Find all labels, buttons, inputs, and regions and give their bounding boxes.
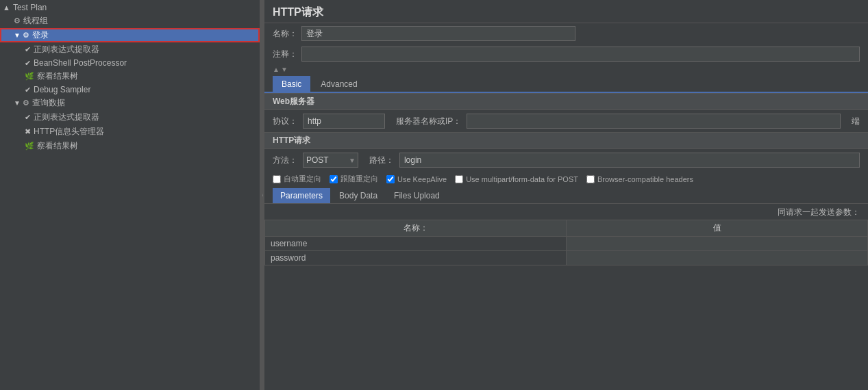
table-row: username — [265, 237, 868, 251]
params-area: 同请求一起发送参数： 名称： 值 username — [264, 204, 868, 390]
sidebar-item-test-plan[interactable]: ▲ Test Plan — [0, 1, 260, 14]
protocol-label: 协议： — [273, 116, 297, 127]
sub-tabs-bar: Parameters Body Data Files Upload — [264, 188, 868, 204]
sidebar-item-beanshell[interactable]: ✔ BeanShell PostProcessor — [0, 57, 260, 69]
tool-icon: ✔ — [25, 59, 31, 68]
sidebar-item-label: 正则表达式提取器 — [34, 44, 99, 55]
col-name-header: 名称： — [265, 220, 567, 237]
param-name-cell: username — [265, 237, 567, 251]
auto-redirect-label: 自动重定向 — [284, 174, 321, 184]
auto-redirect-checkbox-item[interactable]: 自动重定向 — [273, 174, 321, 184]
tab-advanced[interactable]: Advanced — [312, 76, 366, 92]
sidebar-item-thread-group[interactable]: ⚙ 线程组 — [0, 14, 260, 28]
browser-headers-checkbox-item[interactable]: Browser-compatible headers — [586, 175, 693, 183]
sidebar-item-label: Test Plan — [13, 3, 47, 12]
multipart-checkbox[interactable] — [455, 175, 463, 183]
method-row: 方法： GET POST PUT DELETE HEAD OPTIONS PAT… — [264, 149, 868, 171]
param-value-cell — [567, 251, 868, 265]
comment-input[interactable] — [301, 47, 860, 62]
auto-redirect-checkbox[interactable] — [273, 175, 281, 183]
method-select-wrap: GET POST PUT DELETE HEAD OPTIONS PATCH ▼ — [303, 153, 358, 168]
param-value-cell — [567, 237, 868, 251]
debug-icon: ✔ — [25, 86, 31, 94]
gear-icon: ⚙ — [14, 16, 21, 25]
follow-redirect-label: 跟随重定向 — [340, 174, 378, 184]
sidebar-item-label: 察看结果树 — [37, 70, 78, 82]
name-field-row: 名称： — [264, 23, 868, 44]
comment-label: 注释： — [273, 49, 297, 60]
param-name-cell: password — [265, 251, 567, 265]
http-request-section-header: HTTP请求 — [264, 132, 868, 149]
dropdown-arrow-icon: ▼ — [347, 157, 358, 164]
browser-headers-label: Browser-compatible headers — [597, 175, 693, 183]
scroll-arrows-row: ▲ ▼ — [264, 64, 868, 75]
sidebar-item-http-header[interactable]: ✖ HTTP信息头管理器 — [0, 125, 260, 139]
sidebar-item-regex-extractor-2[interactable]: ✔ 正则表达式提取器 — [0, 110, 260, 125]
web-server-section-header: Web服务器 — [264, 93, 868, 110]
sidebar-item-label: Debug Sampler — [34, 85, 90, 94]
sidebar-item-query-data[interactable]: ▼ ⚙ 查询数据 — [0, 96, 260, 110]
main-panel: HTTP请求 名称： 注释： ▲ ▼ Basic Advanced — [264, 0, 868, 390]
cross-icon: ✖ — [25, 127, 31, 136]
triangle-icon: ▲ — [3, 3, 10, 12]
tree-icon: 🌿 — [25, 72, 34, 81]
follow-redirect-checkbox[interactable] — [330, 175, 338, 183]
sidebar-item-view-results-2[interactable]: 🌿 察看结果树 — [0, 139, 260, 153]
sub-tab-files-upload[interactable]: Files Upload — [386, 188, 447, 203]
sidebar: ▲ Test Plan ⚙ 线程组 ▼ ⚙ 登录 ✔ 正则表达式提取器 ✔ Be… — [0, 0, 260, 390]
sidebar-item-label: 登录 — [32, 29, 49, 41]
method-label: 方法： — [273, 155, 297, 166]
tool-icon: ✔ — [25, 113, 31, 122]
checkboxes-row: 自动重定向 跟随重定向 Use KeepAlive Use multipart/… — [264, 171, 868, 187]
chevron-icon: ▼ — [14, 99, 21, 107]
col-value-header: 值 — [567, 220, 868, 237]
sidebar-item-regex-extractor[interactable]: ✔ 正则表达式提取器 — [0, 42, 260, 57]
table-row: password — [265, 251, 868, 265]
keep-alive-label: Use KeepAlive — [397, 175, 447, 183]
port-label: 端 — [852, 116, 860, 127]
tree-icon: 🌿 — [25, 142, 34, 151]
web-server-row: 协议： 服务器名称或IP： 端 — [264, 110, 868, 132]
chevron-icon: ▼ — [14, 31, 21, 39]
protocol-input[interactable] — [303, 114, 385, 129]
follow-redirect-checkbox-item[interactable]: 跟随重定向 — [330, 174, 378, 184]
main-tabs-bar: Basic Advanced — [264, 76, 868, 93]
scroll-up-arrow[interactable]: ▲ — [273, 66, 280, 73]
name-input[interactable] — [301, 26, 575, 41]
sidebar-item-label: 正则表达式提取器 — [34, 112, 99, 123]
multipart-label: Use multipart/form-data for POST — [466, 175, 578, 183]
comment-field-row: 注释： — [264, 44, 868, 64]
sidebar-item-login[interactable]: ▼ ⚙ 登录 — [0, 28, 260, 42]
name-label: 名称： — [273, 28, 297, 40]
keep-alive-checkbox[interactable] — [386, 175, 395, 183]
multipart-checkbox-item[interactable]: Use multipart/form-data for POST — [455, 175, 578, 183]
keep-alive-checkbox-item[interactable]: Use KeepAlive — [386, 175, 447, 183]
sidebar-item-debug-sampler[interactable]: ✔ Debug Sampler — [0, 83, 260, 96]
sidebar-item-label: 查询数据 — [32, 97, 65, 109]
tab-basic[interactable]: Basic — [273, 76, 310, 92]
server-label: 服务器名称或IP： — [396, 116, 461, 127]
panel-title: HTTP请求 — [264, 0, 868, 23]
path-label: 路径： — [369, 155, 394, 166]
tool-icon: ✔ — [25, 45, 31, 54]
gear-icon: ⚙ — [23, 99, 29, 107]
browser-headers-checkbox[interactable] — [586, 175, 595, 183]
params-table: 名称： 值 username — [264, 220, 868, 265]
server-input[interactable] — [467, 114, 841, 129]
method-select[interactable]: GET POST PUT DELETE HEAD OPTIONS PATCH — [303, 153, 347, 167]
gear-icon: ⚙ — [23, 31, 29, 40]
scroll-down-arrow[interactable]: ▼ — [281, 66, 288, 73]
http-request-panel: HTTP请求 名称： 注释： ▲ ▼ Basic Advanced — [264, 0, 868, 390]
sub-tab-parameters[interactable]: Parameters — [273, 188, 330, 203]
path-input[interactable] — [399, 153, 860, 168]
sidebar-item-label: 线程组 — [23, 15, 48, 27]
params-send-label: 同请求一起发送参数： — [264, 204, 868, 220]
sidebar-item-label: BeanShell PostProcessor — [34, 58, 127, 68]
sidebar-item-label: 察看结果树 — [37, 140, 78, 152]
sidebar-item-view-results-1[interactable]: 🌿 察看结果树 — [0, 69, 260, 83]
sub-tab-body-data[interactable]: Body Data — [332, 188, 385, 203]
sidebar-item-label: HTTP信息头管理器 — [34, 126, 104, 138]
